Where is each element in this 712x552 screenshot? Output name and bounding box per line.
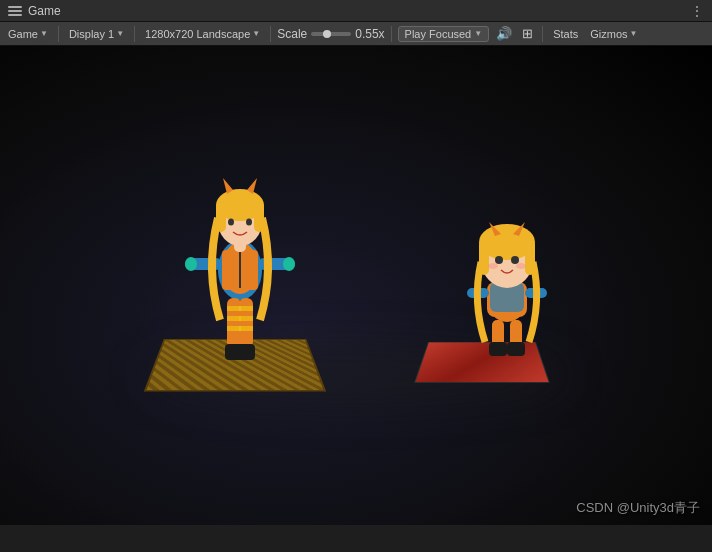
resolution-label: 1280x720 Landscape <box>145 28 250 40</box>
separator-1 <box>58 26 59 42</box>
audio-button[interactable]: 🔊 <box>493 26 515 41</box>
scale-value: 0.55x <box>355 27 384 41</box>
gizmos-chevron-icon: ▼ <box>630 29 638 38</box>
display-chevron-icon: ▼ <box>116 29 124 38</box>
separator-3 <box>270 26 271 42</box>
play-focused-button[interactable]: Play Focused ▼ <box>398 26 490 42</box>
svg-rect-23 <box>239 316 253 321</box>
title-bar: Game ⋮ <box>0 0 712 22</box>
stats-label: Stats <box>553 28 578 40</box>
scale-slider-thumb[interactable] <box>323 30 331 38</box>
scale-control: Scale 0.55x <box>277 27 384 41</box>
separator-2 <box>134 26 135 42</box>
scale-label: Scale <box>277 27 307 41</box>
svg-rect-24 <box>239 326 253 331</box>
character-right <box>467 212 547 362</box>
grid-button[interactable]: ⊞ <box>519 26 536 41</box>
stats-button[interactable]: Stats <box>549 27 582 41</box>
svg-rect-44 <box>489 342 507 356</box>
separator-4 <box>391 26 392 42</box>
game-chevron-icon: ▼ <box>40 29 48 38</box>
svg-point-39 <box>516 263 526 269</box>
separator-5 <box>542 26 543 42</box>
play-focused-chevron-icon: ▼ <box>474 29 482 38</box>
character-left <box>185 150 295 370</box>
gizmos-label: Gizmos <box>590 28 627 40</box>
watermark: CSDN @Unity3d青子 <box>576 499 700 517</box>
scene-content: CSDN @Unity3d青子 <box>0 46 712 525</box>
gizmos-button[interactable]: Gizmos ▼ <box>586 27 641 41</box>
game-label: Game <box>8 28 38 40</box>
svg-rect-22 <box>239 306 253 311</box>
svg-point-36 <box>495 256 503 264</box>
svg-rect-17 <box>227 298 241 348</box>
game-viewport[interactable]: CSDN @Unity3d青子 <box>0 46 712 525</box>
svg-rect-7 <box>283 257 295 271</box>
resolution-dropdown[interactable]: 1280x720 Landscape ▼ <box>141 27 264 41</box>
toolbar: Game ▼ Display 1 ▼ 1280x720 Landscape ▼ … <box>0 22 712 46</box>
svg-rect-45 <box>507 342 525 356</box>
watermark-text: CSDN @Unity3d青子 <box>576 500 700 515</box>
display-label: Display 1 <box>69 28 114 40</box>
scale-slider-track[interactable] <box>311 32 351 36</box>
svg-point-37 <box>511 256 519 264</box>
svg-point-16 <box>246 219 252 226</box>
title-bar-icon <box>8 6 22 16</box>
resolution-chevron-icon: ▼ <box>252 29 260 38</box>
title-bar-title: Game <box>28 4 61 18</box>
svg-rect-20 <box>227 316 241 321</box>
svg-rect-5 <box>185 257 197 271</box>
game-dropdown[interactable]: Game ▼ <box>4 27 52 41</box>
svg-rect-18 <box>239 298 253 348</box>
display-dropdown[interactable]: Display 1 ▼ <box>65 27 128 41</box>
play-focused-label: Play Focused <box>405 28 472 40</box>
svg-rect-21 <box>227 326 241 331</box>
svg-rect-19 <box>227 306 241 311</box>
svg-point-15 <box>228 219 234 226</box>
svg-point-38 <box>488 263 498 269</box>
svg-rect-26 <box>237 344 255 360</box>
title-bar-menu-button[interactable]: ⋮ <box>690 3 704 19</box>
